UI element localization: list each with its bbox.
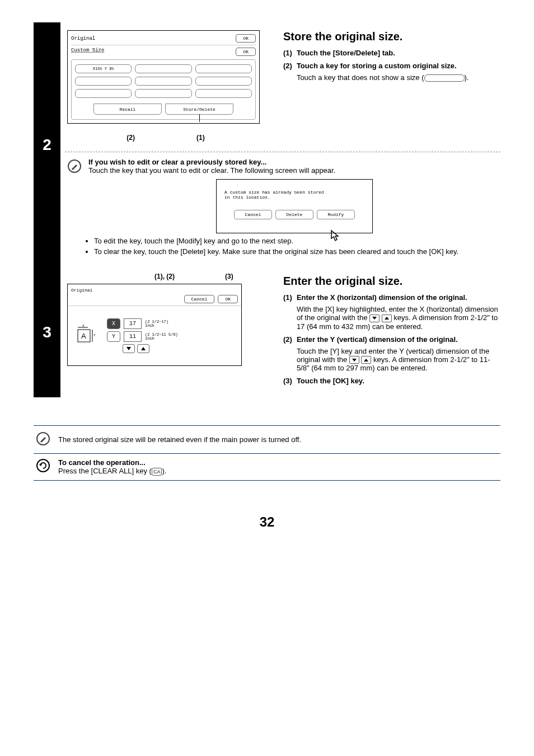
custom-size-tab[interactable]: Custom Size — [71, 48, 104, 56]
down-key-icon — [369, 314, 380, 322]
callout-1: (1) — [196, 134, 205, 142]
ok-button-3[interactable]: OK — [218, 295, 238, 303]
instr-light-pre: Touch a key that does not show a size ( — [297, 73, 424, 82]
size-slot-2[interactable] — [135, 64, 191, 73]
footnote-1: The stored original size will be retaine… — [58, 435, 301, 444]
step-2-num: 2 — [43, 136, 51, 154]
instr3-text-3: Touch the [OK] key. — [297, 377, 364, 385]
size-slot-1[interactable]: X15½ Y 8½ — [75, 64, 132, 73]
y-value: 11 — [124, 331, 142, 342]
store-delete-tab[interactable]: Store/Delete — [165, 104, 233, 115]
screenshot-enter-size-dialog: Original Cancel OK X A — [67, 284, 242, 366]
footnote-2-pre: Press the [CLEAR ALL] key ( — [58, 467, 152, 475]
step3-heading: Enter the original size. — [283, 275, 500, 288]
recall-tab[interactable]: Recall — [93, 104, 162, 115]
instr3-num-2: (2) — [283, 335, 292, 373]
x-value: 17 — [124, 318, 142, 329]
instr-num-2: (2) — [283, 62, 292, 82]
callout-3: (3) — [225, 273, 233, 280]
footnote-2-post: ). — [162, 467, 166, 475]
dialog-title-3: Original — [71, 288, 92, 293]
dialog-cancel-button[interactable]: Cancel — [234, 210, 272, 219]
down-key-icon-2 — [349, 356, 359, 364]
size-slot-5[interactable] — [135, 77, 191, 86]
bullet-clear: To clear the key, touch the [Delete] key… — [94, 247, 500, 256]
size-slot-3[interactable] — [195, 64, 252, 73]
screenshot-custom-size-dialog: Original OK Custom Size OK X15½ Y 8½ — [67, 30, 260, 124]
clear-all-key-icon: CA — [152, 468, 162, 476]
instr-light-post: ). — [465, 73, 469, 82]
cancel-button[interactable]: Cancel — [184, 295, 215, 303]
note-body: Touch the key that you want to edit or c… — [88, 166, 335, 175]
pointer-icon — [329, 229, 341, 244]
callout-12: (1), (2) — [154, 273, 175, 280]
x-range: (2 1/2~17)inch — [145, 320, 168, 328]
instr-text-2: Touch a key for storing a custom origina… — [297, 62, 469, 82]
instr-num-1: (1) — [283, 49, 292, 57]
svg-text:Y: Y — [93, 334, 96, 337]
x-key[interactable]: X — [107, 318, 120, 329]
instr3-num-3: (3) — [283, 377, 292, 385]
store-delete-tab-label: Store/Delete — [183, 107, 216, 112]
up-key-icon-2 — [361, 356, 371, 364]
svg-text:A: A — [81, 332, 86, 340]
instr3-text-1: Enter the X (horizontal) dimension of th… — [297, 293, 500, 331]
step-3-num: 3 — [43, 323, 51, 341]
instr3-num-1: (1) — [283, 293, 292, 331]
size-slot-4[interactable] — [75, 77, 132, 86]
dialog-msg-1: A custom size has already been stored — [224, 190, 364, 195]
dialog-title: Original — [71, 36, 95, 41]
callout-2: (2) — [127, 134, 135, 142]
step-2-marker: 2 — [34, 22, 60, 267]
step2-heading: Store the original size. — [283, 30, 500, 43]
up-key-icon — [382, 314, 392, 322]
blank-key-icon — [424, 74, 465, 82]
dialog-delete-button[interactable]: Delete — [275, 210, 313, 219]
down-arrow-button[interactable] — [123, 344, 135, 353]
svg-point-8 — [37, 459, 49, 472]
size-slot-6[interactable] — [195, 77, 252, 86]
note-pencil-icon — [67, 159, 82, 175]
ok-button[interactable]: OK — [236, 34, 256, 43]
size-slot-7[interactable] — [75, 89, 132, 98]
dimension-diagram-icon: X A Y — [76, 324, 98, 348]
note-pencil-icon-2 — [36, 431, 50, 448]
instr-text-1: Touch the [Store/Delete] tab. — [297, 49, 395, 57]
page-number: 32 — [34, 514, 500, 530]
y-key[interactable]: Y — [107, 331, 120, 342]
up-arrow-button[interactable] — [137, 344, 149, 353]
confirm-dialog-screenshot: A custom size has already been stored in… — [216, 179, 373, 233]
size-slot-8[interactable] — [135, 89, 191, 98]
y-range: (2 1/2~11 5/8)inch — [145, 333, 178, 341]
svg-text:X: X — [82, 324, 85, 328]
footnote-2-title: To cancel the operation... — [58, 458, 146, 467]
step-3-marker: 3 — [34, 267, 60, 397]
size-slot-9[interactable] — [195, 89, 252, 98]
note-title: If you wish to edit or clear a previousl… — [88, 158, 266, 166]
ok-button-2[interactable]: OK — [236, 48, 256, 56]
bullet-edit: To edit the key, touch the [Modify] key … — [94, 237, 500, 245]
undo-icon — [36, 458, 50, 475]
dialog-modify-button[interactable]: Modify — [317, 210, 355, 219]
dialog-msg-2: in this location. — [224, 195, 364, 200]
instr3-text-2: Enter the Y (vertical) dimension of the … — [297, 335, 500, 373]
